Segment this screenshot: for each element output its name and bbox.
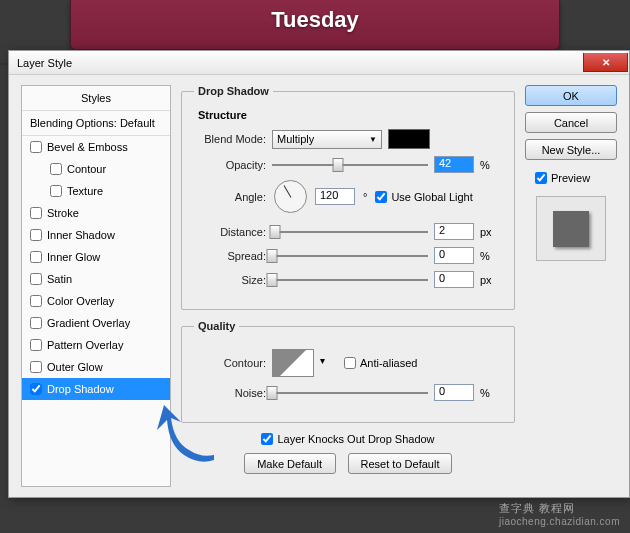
watermark: 查字典 教程网 jiaocheng.chazidian.com: [499, 500, 620, 527]
angle-dial[interactable]: [274, 180, 307, 213]
checkbox-pattern-overlay[interactable]: [30, 339, 42, 351]
drop-shadow-legend: Drop Shadow: [194, 85, 273, 97]
style-inner-glow[interactable]: Inner Glow: [22, 246, 170, 268]
blending-options[interactable]: Blending Options: Default: [22, 111, 170, 136]
style-texture-sub[interactable]: Texture: [22, 180, 170, 202]
banner-inner: Tuesday: [70, 0, 560, 50]
size-label: Size:: [194, 274, 266, 286]
anti-aliased[interactable]: Anti-aliased: [344, 357, 417, 369]
spread-input[interactable]: 0: [434, 247, 474, 264]
label-outer-glow: Outer Glow: [47, 361, 103, 373]
styles-header[interactable]: Styles: [22, 86, 170, 111]
label-bevel: Bevel & Emboss: [47, 141, 128, 153]
blend-mode-select[interactable]: Multiply: [272, 130, 382, 149]
checkbox-outer-glow[interactable]: [30, 361, 42, 373]
style-contour-sub[interactable]: Contour: [22, 158, 170, 180]
style-inner-shadow[interactable]: Inner Shadow: [22, 224, 170, 246]
angle-label: Angle:: [194, 191, 266, 203]
reset-default-button[interactable]: Reset to Default: [348, 453, 453, 474]
style-stroke[interactable]: Stroke: [22, 202, 170, 224]
ok-button[interactable]: OK: [525, 85, 617, 106]
checkbox-contour-sub[interactable]: [50, 163, 62, 175]
checkbox-texture-sub[interactable]: [50, 185, 62, 197]
distance-label: Distance:: [194, 226, 266, 238]
anti-aliased-checkbox[interactable]: [344, 357, 356, 369]
noise-unit: %: [480, 387, 502, 399]
dialog-title: Layer Style: [17, 57, 72, 69]
preview-toggle[interactable]: Preview: [535, 172, 617, 184]
close-button[interactable]: [583, 53, 628, 72]
use-global-label: Use Global Light: [391, 191, 472, 203]
drop-shadow-fieldset: Drop Shadow Structure Blend Mode: Multip…: [181, 85, 515, 310]
preview-label: Preview: [551, 172, 590, 184]
label-drop-shadow: Drop Shadow: [47, 383, 114, 395]
style-gradient-overlay[interactable]: Gradient Overlay: [22, 312, 170, 334]
preview-thumbnail: [536, 196, 606, 261]
checkbox-inner-shadow[interactable]: [30, 229, 42, 241]
label-stroke: Stroke: [47, 207, 79, 219]
angle-unit: °: [363, 191, 367, 203]
label-gradient-overlay: Gradient Overlay: [47, 317, 130, 329]
style-color-overlay[interactable]: Color Overlay: [22, 290, 170, 312]
spread-label: Spread:: [194, 250, 266, 262]
checkbox-gradient-overlay[interactable]: [30, 317, 42, 329]
watermark-line1: 查字典 教程网: [499, 502, 575, 514]
spread-slider[interactable]: [272, 248, 428, 264]
use-global-light[interactable]: Use Global Light: [375, 191, 472, 203]
opacity-slider[interactable]: [272, 157, 428, 173]
style-pattern-overlay[interactable]: Pattern Overlay: [22, 334, 170, 356]
opacity-unit: %: [480, 159, 502, 171]
checkbox-drop-shadow[interactable]: [30, 383, 42, 395]
titlebar[interactable]: Layer Style: [9, 51, 629, 75]
label-inner-shadow: Inner Shadow: [47, 229, 115, 241]
anti-aliased-label: Anti-aliased: [360, 357, 417, 369]
checkbox-inner-glow[interactable]: [30, 251, 42, 263]
checkbox-satin[interactable]: [30, 273, 42, 285]
size-input[interactable]: 0: [434, 271, 474, 288]
preview-checkbox[interactable]: [535, 172, 547, 184]
shadow-color-swatch[interactable]: [388, 129, 430, 149]
contour-picker[interactable]: [272, 349, 314, 377]
distance-slider[interactable]: [272, 224, 428, 240]
angle-input[interactable]: 120: [315, 188, 355, 205]
style-bevel-emboss[interactable]: Bevel & Emboss: [22, 136, 170, 158]
layer-style-dialog: Layer Style Styles Blending Options: Def…: [8, 50, 630, 498]
spread-unit: %: [480, 250, 502, 262]
opacity-input[interactable]: 42: [434, 156, 474, 173]
right-button-panel: OK Cancel New Style... Preview: [525, 85, 617, 487]
style-satin[interactable]: Satin: [22, 268, 170, 290]
preview-inner: [553, 211, 589, 247]
use-global-checkbox[interactable]: [375, 191, 387, 203]
quality-fieldset: Quality Contour: Anti-aliased Noise: 0 %: [181, 320, 515, 423]
new-style-button[interactable]: New Style...: [525, 139, 617, 160]
label-color-overlay: Color Overlay: [47, 295, 114, 307]
quality-legend: Quality: [194, 320, 239, 332]
banner-title: Tuesday: [71, 0, 559, 40]
styles-list: Styles Blending Options: Default Bevel &…: [21, 85, 171, 487]
distance-input[interactable]: 2: [434, 223, 474, 240]
label-contour-sub: Contour: [67, 163, 106, 175]
distance-unit: px: [480, 226, 502, 238]
label-pattern-overlay: Pattern Overlay: [47, 339, 123, 351]
size-unit: px: [480, 274, 502, 286]
checkbox-stroke[interactable]: [30, 207, 42, 219]
contour-label: Contour:: [194, 357, 266, 369]
noise-slider[interactable]: [272, 385, 428, 401]
knockout-option[interactable]: Layer Knocks Out Drop Shadow: [181, 433, 515, 445]
label-satin: Satin: [47, 273, 72, 285]
noise-label: Noise:: [194, 387, 266, 399]
label-texture-sub: Texture: [67, 185, 103, 197]
knockout-label: Layer Knocks Out Drop Shadow: [277, 433, 434, 445]
make-default-button[interactable]: Make Default: [244, 453, 336, 474]
structure-label: Structure: [198, 109, 502, 121]
checkbox-color-overlay[interactable]: [30, 295, 42, 307]
style-drop-shadow[interactable]: Drop Shadow: [22, 378, 170, 400]
opacity-label: Opacity:: [194, 159, 266, 171]
cancel-button[interactable]: Cancel: [525, 112, 617, 133]
noise-input[interactable]: 0: [434, 384, 474, 401]
settings-panel: Drop Shadow Structure Blend Mode: Multip…: [181, 85, 515, 487]
style-outer-glow[interactable]: Outer Glow: [22, 356, 170, 378]
checkbox-bevel[interactable]: [30, 141, 42, 153]
knockout-checkbox[interactable]: [261, 433, 273, 445]
size-slider[interactable]: [272, 272, 428, 288]
